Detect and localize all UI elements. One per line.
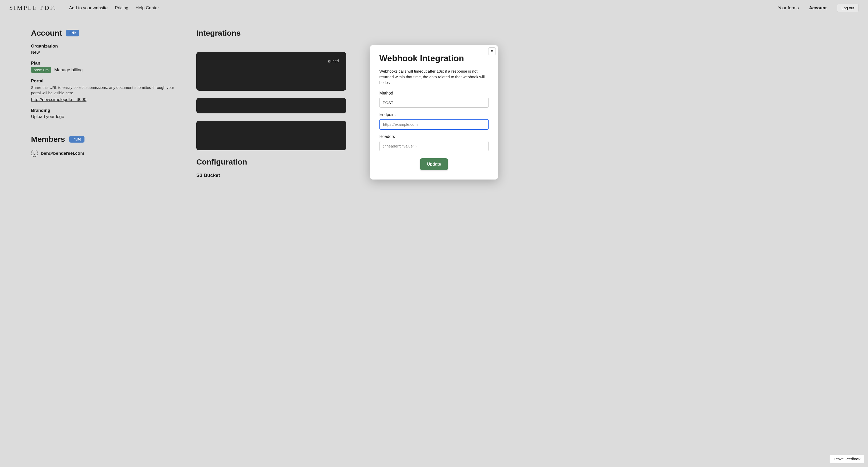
organization-field: Organization New — [31, 44, 181, 55]
left-column: Account Edit Organization New Plan premi… — [31, 29, 181, 181]
plan-badge: premium — [31, 67, 51, 73]
headers-input[interactable] — [379, 141, 489, 151]
edit-button[interactable]: Edit — [66, 30, 79, 36]
nav-left: Add to your website Pricing Help Center — [69, 5, 159, 10]
members-title: Members — [31, 135, 65, 144]
upload-logo-link[interactable]: Upload your logo — [31, 114, 181, 119]
portal-url-link[interactable]: http://new.simplepdf.nil:3000 — [31, 97, 87, 102]
integrations-title: Integrations — [196, 29, 241, 37]
nav-your-forms[interactable]: Your forms — [778, 5, 799, 10]
plan-label: Plan — [31, 61, 181, 66]
members-header: Members Invite — [31, 135, 181, 144]
branding-field: Branding Upload your logo — [31, 108, 181, 119]
account-title: Account — [31, 29, 62, 37]
organization-label: Organization — [31, 44, 181, 49]
endpoint-input[interactable] — [379, 119, 489, 130]
nav-right: Your forms Account Log out — [778, 4, 859, 12]
member-row: b ben@bendersej.com — [31, 150, 181, 157]
integrations-header: Integrations — [196, 29, 346, 37]
branding-label: Branding — [31, 108, 181, 113]
method-input[interactable] — [379, 98, 489, 108]
top-header: SIMPLE PDF. Add to your website Pricing … — [0, 0, 868, 16]
method-label: Method — [379, 91, 489, 96]
webhook-modal: X Webhook Integration Webhooks calls wil… — [370, 45, 498, 180]
logout-button[interactable]: Log out — [837, 4, 859, 12]
nav-pricing[interactable]: Pricing — [115, 5, 128, 10]
account-header: Account Edit — [31, 29, 181, 37]
headers-label: Headers — [379, 134, 489, 139]
portal-label: Portal — [31, 79, 181, 84]
right-column: Integrations Robocorp gured Configuratio… — [196, 29, 346, 181]
robocorp-status: gured — [204, 59, 339, 63]
s3-bucket-label: S3 Bucket — [196, 173, 346, 178]
avatar: b — [31, 150, 38, 157]
nav-add-website[interactable]: Add to your website — [69, 5, 107, 10]
nav-help-center[interactable]: Help Center — [135, 5, 159, 10]
organization-value: New — [31, 50, 181, 55]
configuration-title: Configuration — [196, 158, 247, 166]
modal-title: Webhook Integration — [379, 54, 489, 63]
integration-block-3 — [196, 121, 346, 150]
nav-account[interactable]: Account — [809, 5, 827, 10]
invite-button[interactable]: Invite — [69, 136, 85, 143]
modal-description: Webhooks calls will timeout after 10s: i… — [379, 68, 489, 85]
logo[interactable]: SIMPLE PDF. — [9, 4, 57, 11]
main-content: Account Edit Organization New Plan premi… — [0, 16, 377, 194]
plan-field: Plan premium Manage billing — [31, 61, 181, 73]
manage-billing-link[interactable]: Manage billing — [54, 67, 83, 72]
modal-close-button[interactable]: X — [488, 47, 496, 55]
member-email: ben@bendersej.com — [41, 151, 84, 156]
endpoint-label: Endpoint — [379, 112, 489, 117]
leave-feedback-button[interactable]: Leave Feedback — [830, 455, 864, 463]
robocorp-block: gured — [196, 52, 346, 91]
update-button[interactable]: Update — [420, 158, 448, 170]
portal-field: Portal Share this URL to easily collect … — [31, 79, 181, 102]
portal-help-text: Share this URL to easily collect submiss… — [31, 85, 181, 96]
configuration-header: Configuration — [196, 158, 346, 166]
members-section: Members Invite b ben@bendersej.com — [31, 135, 181, 157]
integration-block-2 — [196, 98, 346, 114]
